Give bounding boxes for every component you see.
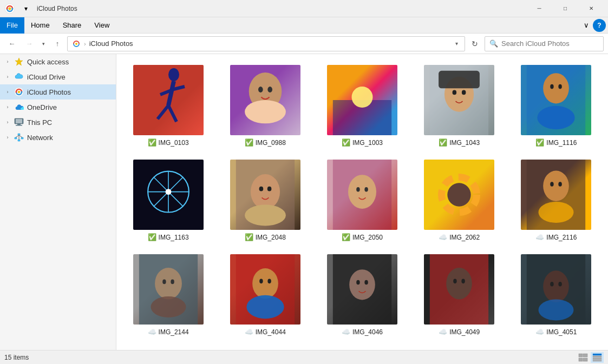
photo-name-IMG_2062: IMG_2062: [449, 234, 480, 241]
menu-file[interactable]: File: [0, 17, 24, 34]
sync-icon-IMG_2116: ☁️: [535, 233, 544, 241]
expand-icon-this-pc: ›: [4, 120, 11, 125]
photo-item-IMG_2048[interactable]: ✅IMG_2048: [220, 157, 310, 243]
address-dropdown-btn[interactable]: ▾: [453, 41, 460, 47]
maximize-button[interactable]: □: [553, 0, 578, 17]
svg-line-23: [168, 81, 174, 105]
close-button[interactable]: ✕: [579, 0, 604, 17]
photo-label-IMG_4044: ☁️IMG_4044: [245, 328, 286, 336]
photo-item-IMG_2062[interactable]: ☁️IMG_2062: [414, 157, 505, 243]
svg-point-42: [559, 84, 563, 89]
search-box[interactable]: 🔍: [485, 36, 604, 51]
photo-item-IMG_4049[interactable]: ☁️IMG_4049: [414, 252, 505, 338]
sidebar-item-quick-access[interactable]: › Quick access: [0, 54, 116, 69]
photo-item-IMG_1043[interactable]: ✅IMG_1043: [414, 63, 505, 149]
photo-item-IMG_2050[interactable]: ✅IMG_2050: [317, 157, 407, 243]
sidebar-item-network[interactable]: › Network: [0, 130, 116, 145]
icloud-photos-icon: [14, 87, 24, 97]
photo-label-IMG_4046: ☁️IMG_4046: [342, 328, 383, 336]
svg-point-67: [155, 268, 182, 300]
sync-icon-IMG_2144: ☁️: [148, 328, 156, 336]
sidebar-item-icloud-drive[interactable]: › iCloud Drive: [0, 69, 116, 84]
svg-rect-17: [21, 137, 23, 139]
svg-rect-18: [18, 140, 20, 141]
sidebar-item-onedrive[interactable]: › OneDrive: [0, 100, 116, 115]
ribbon-collapse-btn[interactable]: ∨: [581, 20, 592, 31]
svg-point-70: [151, 296, 186, 317]
photo-grid: ✅IMG_0103✅IMG_0988✅IMG_1003✅IMG_1043✅IMG…: [123, 63, 602, 338]
list-view-button[interactable]: [577, 352, 590, 363]
svg-point-79: [364, 280, 368, 285]
refresh-button[interactable]: ↻: [467, 36, 482, 51]
up-button[interactable]: ↑: [50, 36, 65, 51]
grid-view-button[interactable]: [591, 352, 604, 363]
sync-icon-IMG_0988: ✅: [245, 138, 253, 147]
photo-thumb-IMG_2048: [230, 160, 300, 230]
photo-item-IMG_4044[interactable]: ☁️IMG_4044: [220, 252, 310, 338]
svg-point-87: [559, 282, 563, 287]
quick-access-arrow-btn[interactable]: ▾: [17, 0, 35, 17]
svg-rect-95: [593, 358, 602, 360]
forward-dropdown-button[interactable]: ▾: [39, 36, 48, 51]
sidebar-label-network: Network: [27, 134, 53, 142]
photo-item-IMG_0988[interactable]: ✅IMG_0988: [220, 63, 310, 149]
photo-item-IMG_1163[interactable]: ✅IMG_1163: [123, 157, 213, 243]
photo-name-IMG_1116: IMG_1116: [546, 139, 577, 147]
svg-rect-38: [439, 71, 480, 89]
photo-item-IMG_4051[interactable]: ☁️IMG_4051: [511, 252, 602, 338]
svg-marker-6: [15, 58, 23, 65]
photo-thumb-IMG_4044: [230, 254, 300, 325]
menu-view[interactable]: View: [88, 17, 116, 34]
network-icon: [14, 133, 24, 142]
photo-item-IMG_1003[interactable]: ✅IMG_1003: [317, 63, 407, 149]
photo-item-IMG_2116[interactable]: ☁️IMG_2116: [511, 157, 602, 243]
menu-home[interactable]: Home: [24, 17, 56, 34]
svg-rect-96: [593, 360, 602, 361]
svg-point-51: [251, 174, 280, 209]
svg-line-19: [16, 135, 19, 137]
photo-item-IMG_1116[interactable]: ✅IMG_1116: [511, 63, 602, 149]
minimize-button[interactable]: ─: [527, 0, 552, 17]
address-bar-box[interactable]: › iCloud Photos ▾: [67, 36, 465, 51]
app-icon: [4, 3, 15, 14]
svg-point-53: [267, 187, 272, 191]
back-button[interactable]: ←: [4, 36, 19, 51]
svg-rect-13: [17, 124, 21, 125]
star-icon: [14, 57, 24, 67]
help-button[interactable]: ?: [593, 19, 606, 32]
expand-icon-network: ›: [4, 135, 11, 140]
photo-name-IMG_0103: IMG_0103: [159, 139, 189, 147]
svg-point-8: [18, 91, 20, 93]
svg-rect-16: [15, 137, 17, 139]
sidebar-label-icloud-photos: iCloud Photos: [27, 88, 71, 96]
svg-point-43: [538, 106, 575, 129]
photo-item-IMG_2144[interactable]: ☁️IMG_2144: [123, 252, 213, 338]
search-input[interactable]: [501, 39, 599, 48]
svg-point-65: [539, 202, 574, 223]
sidebar-label-this-pc: This PC: [27, 118, 52, 127]
photo-item-IMG_4046[interactable]: ☁️IMG_4046: [317, 252, 407, 338]
svg-line-20: [19, 135, 22, 137]
forward-button[interactable]: →: [22, 36, 37, 51]
svg-rect-12: [16, 119, 22, 123]
svg-point-64: [559, 182, 563, 187]
svg-point-41: [551, 84, 554, 89]
sidebar-item-icloud-photos[interactable]: › iCloud Photos: [0, 84, 116, 100]
svg-point-37: [462, 90, 466, 95]
item-count: 15 items: [4, 354, 29, 361]
photo-thumb-IMG_1116: [521, 65, 591, 135]
svg-point-57: [356, 187, 360, 192]
photo-label-IMG_2116: ☁️IMG_2116: [535, 233, 577, 241]
menu-share[interactable]: Share: [56, 17, 88, 34]
svg-point-29: [245, 100, 286, 123]
svg-point-52: [259, 187, 263, 191]
photo-item-IMG_0103[interactable]: ✅IMG_0103: [123, 63, 213, 149]
svg-point-5: [75, 43, 77, 45]
photo-thumb-IMG_1003: [327, 65, 397, 135]
photo-label-IMG_4051: ☁️IMG_4051: [535, 328, 577, 336]
sync-icon-IMG_4049: ☁️: [439, 328, 447, 336]
sidebar-item-this-pc[interactable]: › This PC: [0, 115, 116, 130]
svg-point-63: [551, 182, 554, 187]
sync-icon-IMG_2048: ✅: [245, 233, 253, 241]
svg-point-9: [16, 91, 17, 93]
